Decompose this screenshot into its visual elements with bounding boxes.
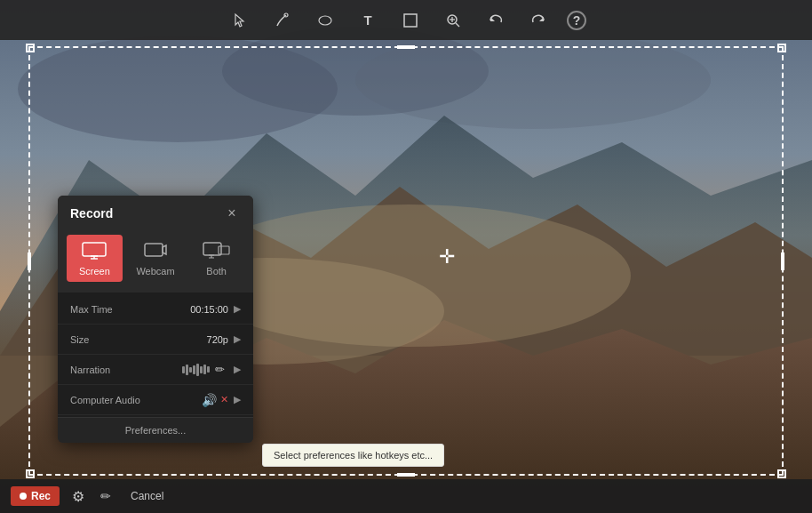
narration-settings-icon[interactable]: ✏ xyxy=(215,363,225,376)
top-toolbar: T ? xyxy=(0,0,812,40)
narration-arrow[interactable]: ▶ xyxy=(234,364,241,375)
move-cursor-icon: ✛ xyxy=(439,245,455,269)
narration-label: Narration xyxy=(70,365,150,375)
audio-icon: 🔊 xyxy=(202,393,217,407)
redo-icon[interactable] xyxy=(524,6,553,35)
screen-mode-label: Screen xyxy=(79,266,110,277)
narration-value: ✏ xyxy=(150,363,225,376)
preferences-button[interactable]: Preferences... xyxy=(58,417,253,443)
mode-screen-button[interactable]: Screen xyxy=(67,235,123,282)
svg-rect-18 xyxy=(83,243,106,256)
audio-muted-indicator: ✕ xyxy=(220,394,228,405)
size-value: 720p xyxy=(150,334,228,345)
help-icon[interactable]: ? xyxy=(567,11,586,30)
dialog-title: Record xyxy=(70,206,113,220)
svg-marker-17 xyxy=(539,17,544,21)
dialog-close-button[interactable]: × xyxy=(223,204,241,222)
size-arrow[interactable]: ▶ xyxy=(234,333,241,345)
both-mode-icon xyxy=(203,242,231,262)
max-time-label: Max Time xyxy=(70,304,150,315)
svg-rect-11 xyxy=(404,14,417,27)
svg-rect-25 xyxy=(219,246,229,254)
rec-dot xyxy=(20,493,27,500)
eraser-tool-icon[interactable] xyxy=(311,6,339,35)
computer-audio-label: Computer Audio xyxy=(70,395,150,405)
text-tool-icon[interactable]: T xyxy=(354,6,382,35)
zoom-tool-icon[interactable] xyxy=(439,6,467,35)
bottom-toolbar: Rec ⚙ ✏ Cancel xyxy=(0,479,812,513)
computer-audio-value: 🔊 ✕ xyxy=(150,393,228,407)
edit-icon[interactable]: ✏ xyxy=(97,485,115,507)
computer-audio-arrow[interactable]: ▶ xyxy=(234,394,241,405)
size-row: Size 720p ▶ xyxy=(58,325,253,355)
mode-webcam-button[interactable]: Webcam xyxy=(128,235,184,282)
computer-audio-row: Computer Audio 🔊 ✕ ▶ xyxy=(58,385,253,415)
svg-point-3 xyxy=(355,31,711,129)
webcam-mode-icon xyxy=(143,242,168,262)
narration-row: Narration ✏ ▶ xyxy=(58,355,253,385)
preferences-tooltip: Select preferences like hotkeys etc... xyxy=(262,444,444,467)
rec-button[interactable]: Rec xyxy=(11,486,60,506)
svg-marker-23 xyxy=(163,245,166,254)
rec-label: Rec xyxy=(31,490,51,502)
svg-line-13 xyxy=(456,23,459,27)
pen-tool-icon[interactable] xyxy=(268,6,297,35)
size-label: Size xyxy=(70,334,150,345)
max-time-value: 00:15:00 xyxy=(150,304,228,315)
settings-icon[interactable]: ⚙ xyxy=(68,485,88,509)
svg-rect-22 xyxy=(145,244,163,256)
both-mode-label: Both xyxy=(206,266,227,277)
record-dialog: Record × Screen Webcam xyxy=(58,196,253,443)
rectangle-tool-icon[interactable] xyxy=(396,6,425,35)
undo-icon[interactable] xyxy=(482,6,510,35)
max-time-row: Max Time 00:15:00 ▶ xyxy=(58,294,253,325)
settings-area: Max Time 00:15:00 ▶ Size 720p ▶ Narratio… xyxy=(58,293,253,417)
dialog-header: Record × xyxy=(58,196,253,229)
mode-both-button[interactable]: Both xyxy=(188,235,244,282)
cancel-button[interactable]: Cancel xyxy=(123,486,171,506)
webcam-mode-label: Webcam xyxy=(136,266,174,277)
max-time-arrow[interactable]: ▶ xyxy=(234,303,241,315)
svg-point-10 xyxy=(319,16,331,25)
select-tool-icon[interactable] xyxy=(226,6,254,35)
record-modes-container: Screen Webcam Both xyxy=(58,229,253,293)
screen-mode-icon xyxy=(82,242,107,262)
svg-marker-16 xyxy=(490,17,495,21)
